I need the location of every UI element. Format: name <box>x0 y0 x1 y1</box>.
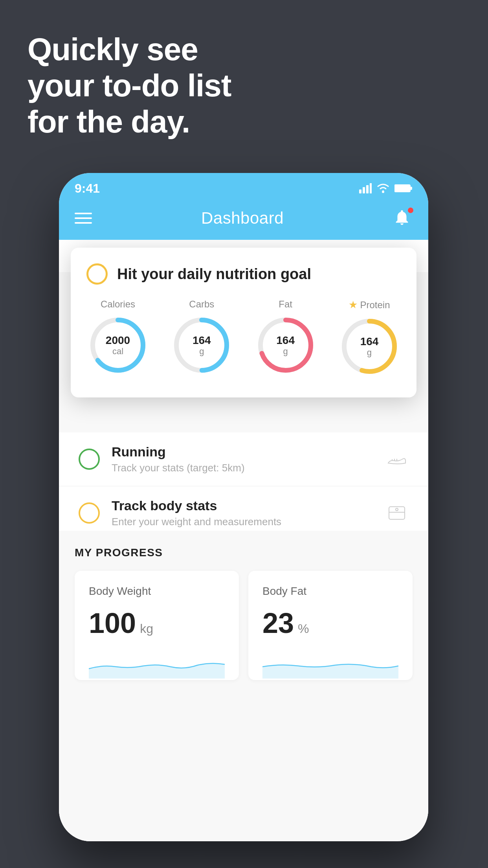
body-weight-chart <box>89 647 225 679</box>
card-title: Hit your daily nutrition goal <box>117 266 311 283</box>
svg-rect-2 <box>366 185 369 193</box>
star-icon: ★ <box>349 299 358 311</box>
body-fat-chart <box>262 647 398 679</box>
svg-point-4 <box>382 191 384 193</box>
status-time: 9:41 <box>75 181 100 196</box>
scale-svg <box>387 503 407 523</box>
protein-value: 164 g <box>360 336 379 357</box>
calories-label: Calories <box>101 299 135 310</box>
running-title: Running <box>112 444 373 460</box>
body-weight-value: 100 kg <box>89 607 225 639</box>
wifi-icon <box>376 183 390 193</box>
calories-value: 2000 cal <box>106 335 130 356</box>
hamburger-menu[interactable] <box>75 213 92 224</box>
svg-point-17 <box>396 508 398 511</box>
protein-donut: 164 g <box>338 315 401 378</box>
headline-line3: for the day. <box>28 104 231 140</box>
signal-icon <box>359 183 372 193</box>
fat-donut: 164 g <box>254 314 317 377</box>
calories-donut: 2000 cal <box>86 314 149 377</box>
fat-value: 164 g <box>276 335 295 356</box>
content-area: THINGS TO DO TODAY Hit your daily nutrit… <box>59 240 428 841</box>
body-stats-title: Track body stats <box>112 498 373 513</box>
nav-title: Dashboard <box>201 209 284 228</box>
shoe-icon <box>385 449 409 469</box>
card-title-row: Hit your daily nutrition goal <box>86 263 401 285</box>
nutrition-carbs: Carbs 164 g <box>170 299 233 377</box>
shoe-svg <box>387 449 407 469</box>
svg-rect-1 <box>363 187 365 193</box>
progress-section: MY PROGRESS Body Weight 100 kg B <box>59 531 428 680</box>
body-fat-card[interactable]: Body Fat 23 % <box>248 571 413 680</box>
svg-rect-0 <box>359 189 361 193</box>
notification-dot <box>407 207 414 214</box>
notification-bell[interactable] <box>393 208 413 228</box>
battery-icon <box>394 184 413 193</box>
carbs-label: Carbs <box>189 299 214 310</box>
running-subtitle: Track your stats (target: 5km) <box>112 462 373 474</box>
nutrition-calories: Calories 2000 cal <box>86 299 149 377</box>
nutrition-row: Calories 2000 cal <box>86 299 401 378</box>
fat-label: Fat <box>279 299 292 310</box>
running-circle <box>79 449 100 470</box>
list-item-running[interactable]: Running Track your stats (target: 5km) <box>59 432 428 486</box>
body-stats-text: Track body stats Enter your weight and m… <box>112 498 373 528</box>
body-stats-subtitle: Enter your weight and measurements <box>112 516 373 528</box>
body-weight-label: Body Weight <box>89 585 225 598</box>
svg-rect-5 <box>394 185 410 192</box>
phone-mockup: 9:41 <box>59 173 428 841</box>
status-icons <box>359 183 413 193</box>
running-text: Running Track your stats (target: 5km) <box>112 444 373 474</box>
svg-rect-3 <box>370 183 372 193</box>
progress-cards: Body Weight 100 kg Body Fat 23 % <box>75 571 413 680</box>
nutrition-circle-indicator <box>86 263 108 285</box>
body-stats-circle <box>79 502 100 524</box>
headline-line1: Quickly see <box>28 31 231 68</box>
nutrition-fat: Fat 164 g <box>254 299 317 377</box>
nutrition-protein: ★ Protein 164 g <box>338 299 401 378</box>
body-fat-label: Body Fat <box>262 585 398 598</box>
protein-label: ★ Protein <box>349 299 390 311</box>
headline: Quickly see your to-do list for the day. <box>28 31 231 140</box>
nutrition-card[interactable]: Hit your daily nutrition goal Calories <box>71 248 416 397</box>
body-fat-value: 23 % <box>262 607 398 639</box>
carbs-value: 164 g <box>193 335 211 356</box>
body-weight-card[interactable]: Body Weight 100 kg <box>75 571 239 680</box>
svg-rect-6 <box>410 187 412 190</box>
status-bar: 9:41 <box>59 173 428 200</box>
scale-icon <box>385 503 409 523</box>
headline-line2: your to-do list <box>28 68 231 104</box>
carbs-donut: 164 g <box>170 314 233 377</box>
nav-bar: Dashboard <box>59 200 428 240</box>
progress-header: MY PROGRESS <box>75 546 413 559</box>
